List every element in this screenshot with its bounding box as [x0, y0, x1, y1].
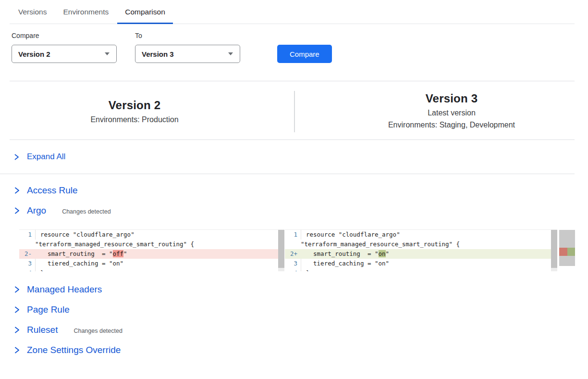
right-pane-scrollbar[interactable] — [551, 230, 557, 271]
right-version-title: Version 3 — [315, 92, 588, 105]
to-version-select[interactable]: Version 3 — [135, 45, 240, 63]
chevron-right-icon — [13, 286, 20, 293]
diff-change-marker — [559, 248, 575, 256]
compare-field-label: Compare — [12, 32, 117, 39]
chevron-right-icon — [13, 326, 20, 334]
scrollbar-thumb[interactable] — [551, 230, 557, 268]
compare-button[interactable]: Compare — [277, 45, 332, 63]
code-line-added: 2+ smart_routing = "on" — [285, 249, 557, 259]
line-number: 2+ — [285, 249, 301, 259]
compare-field: Compare Version 2 — [12, 32, 117, 63]
chevron-right-icon — [13, 153, 20, 161]
line-number: 4 — [285, 268, 301, 271]
chevron-right-icon — [13, 346, 20, 354]
expand-all-label: Expand All — [27, 152, 65, 162]
code-line: 4} — [19, 268, 284, 271]
section-zone-settings-override[interactable]: Zone Settings Override — [0, 340, 588, 360]
left-version-title: Version 2 — [0, 99, 269, 112]
section-argo[interactable]: Argo Changes detected — [0, 201, 588, 221]
line-number: 3 — [19, 259, 36, 268]
code-line: 3 tiered_caching = "on" — [19, 259, 284, 268]
removed-word-highlight: off — [113, 250, 124, 257]
line-number: 4 — [19, 268, 36, 271]
section-ruleset[interactable]: Ruleset Changes detected — [0, 320, 588, 340]
argo-diff: 1resource "cloudflare_argo" "terraform_m… — [19, 229, 588, 271]
section-managed-headers[interactable]: Managed Headers — [0, 279, 588, 300]
dropdown-caret-icon — [228, 52, 233, 55]
tab-bar: Versions Environments Comparison — [10, 0, 575, 24]
section-label: Managed Headers — [27, 284, 102, 295]
removed-marker — [559, 248, 567, 256]
code-line: "terraform_managed_resource_smart_routin… — [19, 240, 284, 249]
expand-all-button[interactable]: Expand All — [0, 140, 575, 174]
line-number: 2- — [19, 249, 36, 259]
chevron-right-icon — [13, 306, 20, 314]
section-access-rule[interactable]: Access Rule — [0, 180, 588, 201]
right-version-subtitle: Latest version — [315, 109, 588, 117]
chevron-right-icon — [13, 207, 20, 215]
section-label: Argo — [27, 205, 46, 216]
compare-version-select[interactable]: Version 2 — [12, 45, 117, 63]
added-marker — [567, 248, 576, 256]
version-headers: Version 2 Environments: Production Versi… — [0, 81, 588, 139]
to-field: To Version 3 — [135, 32, 240, 63]
version-header-left: Version 2 Environments: Production — [0, 92, 294, 129]
version-header-right: Version 3 Latest version Environments: S… — [294, 92, 588, 129]
compare-version-value: Version 2 — [18, 50, 50, 58]
code-line-removed: 2- smart_routing = "off" — [19, 249, 284, 259]
diff-pane-left[interactable]: 1resource "cloudflare_argo" "terraform_m… — [19, 229, 284, 271]
dropdown-caret-icon — [105, 52, 110, 55]
code-line: 1resource "cloudflare_argo" — [19, 230, 284, 240]
diff-pane-right[interactable]: 1resource "cloudflare_argo" "terraform_m… — [285, 229, 557, 271]
changes-detected-badge: Changes detected — [62, 207, 110, 215]
to-version-value: Version 3 — [142, 50, 174, 58]
tab-comparison[interactable]: Comparison — [125, 0, 165, 24]
to-field-label: To — [135, 32, 240, 39]
left-pane-scrollbar[interactable] — [278, 230, 284, 271]
section-label: Page Rule — [27, 304, 70, 315]
section-page-rule[interactable]: Page Rule — [0, 300, 588, 320]
added-word-highlight: on — [379, 250, 386, 257]
comparison-page: Versions Environments Comparison Compare… — [0, 0, 588, 360]
section-label: Zone Settings Override — [27, 345, 121, 355]
resource-sections: Access Rule Argo Changes detected 1resou… — [0, 180, 588, 360]
changes-detected-badge: Changes detected — [74, 326, 122, 334]
code-line: 3 tiered_caching = "on" — [285, 259, 557, 268]
right-version-environments: Environments: Staging, Development — [315, 121, 588, 129]
line-number: 1 — [19, 230, 36, 240]
code-line: "terraform_managed_resource_smart_routin… — [285, 240, 557, 249]
tab-versions[interactable]: Versions — [18, 0, 47, 24]
line-number: 3 — [285, 259, 301, 268]
left-version-environments: Environments: Production — [0, 115, 269, 124]
section-label: Ruleset — [27, 325, 58, 335]
line-number: 1 — [285, 230, 301, 240]
section-label: Access Rule — [27, 185, 78, 196]
chevron-right-icon — [13, 187, 20, 194]
compare-form: Compare Version 2 To Version 3 Compare — [0, 32, 588, 63]
diff-overview-ruler[interactable] — [559, 230, 575, 266]
code-line: 1resource "cloudflare_argo" — [285, 230, 557, 240]
tab-environments[interactable]: Environments — [63, 0, 109, 24]
code-line: 4} — [285, 268, 557, 271]
scrollbar-thumb[interactable] — [278, 230, 284, 268]
